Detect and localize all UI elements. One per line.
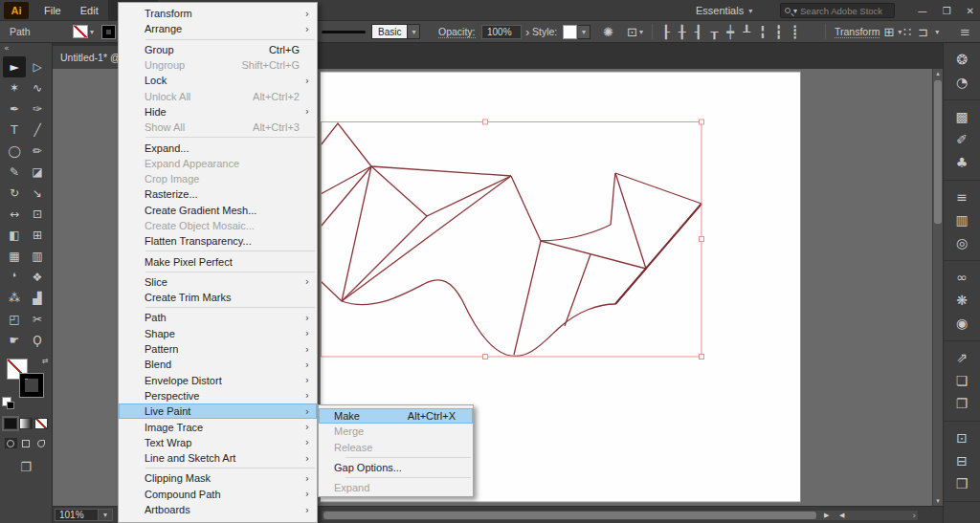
isolate-object-icon[interactable]: ∷	[903, 25, 911, 39]
selection-handle[interactable]	[483, 355, 488, 360]
transform-label[interactable]: Transform	[835, 26, 880, 38]
free-transform-tool[interactable]: ⊡	[26, 204, 49, 225]
menu-item-live-paint[interactable]: Live Paint›	[119, 403, 317, 419]
cc-libraries-panel-icon[interactable]: ∞	[944, 266, 980, 289]
color-panel-icon[interactable]: ❂	[944, 48, 980, 71]
eraser-tool[interactable]: ◪	[26, 162, 49, 183]
menu-item-image-trace[interactable]: Image Trace›	[119, 419, 317, 434]
blend-tool[interactable]: ❖	[26, 267, 49, 288]
workspace-switcher[interactable]: Essentials ▾	[696, 0, 752, 21]
style-dropdown[interactable]: ▾	[578, 25, 590, 39]
menu-item-create-trim-marks[interactable]: Create Trim Marks	[119, 290, 317, 305]
stock-search-input[interactable]: ▾ Search Adobe Stock	[780, 3, 895, 18]
align-v-center-icon[interactable]: ┿	[726, 25, 734, 39]
default-fill-stroke-icon[interactable]	[2, 397, 11, 406]
menu-item-group[interactable]: GroupCtrl+G	[119, 42, 317, 57]
stroke-preset-dropdown[interactable]: ▾	[408, 24, 420, 39]
menu-item-pattern[interactable]: Pattern›	[119, 341, 317, 357]
hand-tool[interactable]: ☛	[3, 330, 26, 351]
color-guide-panel-icon[interactable]: ◔	[944, 71, 980, 94]
scale-tool[interactable]: ↘	[26, 183, 49, 204]
menu-item-create-gradient-mesh[interactable]: Create Gradient Mesh...	[119, 203, 317, 218]
vertical-scroll-thumb[interactable]	[934, 80, 942, 224]
draw-inside-button[interactable]	[35, 438, 48, 448]
menu-item-blend[interactable]: Blend›	[119, 357, 317, 372]
prev-artboard-icon[interactable]: ◀	[839, 512, 844, 519]
panel-menu-icon[interactable]: ≡	[960, 25, 970, 39]
ellipse-tool[interactable]: ◯	[3, 141, 26, 162]
screen-mode-icon[interactable]: ❐	[20, 460, 32, 474]
stroke-color-swatch[interactable]	[101, 25, 116, 39]
horizontal-scrollbar[interactable]: ▶ ◀ ›	[321, 510, 919, 521]
align-panel-icon[interactable]: ⊟	[944, 449, 980, 472]
perspective-grid-tool[interactable]: ⊞	[26, 225, 49, 246]
eyedropper-tool[interactable]: ❛	[3, 267, 26, 288]
brushes-panel-icon[interactable]: ✐	[944, 128, 980, 151]
select-similar-caret-icon[interactable]: ▾	[639, 28, 643, 36]
next-artboard-icon[interactable]: ▶	[824, 512, 829, 519]
adobe-color-themes-panel-icon[interactable]: ❋	[944, 289, 980, 312]
distribute-right-icon[interactable]: ┋	[791, 25, 799, 39]
menu-item-compound-path[interactable]: Compound Path›	[119, 487, 317, 502]
selection-handle[interactable]	[483, 120, 488, 124]
appearance-panel-icon[interactable]: ◉	[944, 312, 980, 335]
fill-color-swatch[interactable]	[73, 25, 88, 38]
stroke-preset-field[interactable]: Basic	[371, 24, 408, 39]
none-button[interactable]	[34, 418, 48, 429]
line-segment-tool[interactable]: ╱	[26, 120, 49, 141]
align-right-icon[interactable]: ┨	[695, 25, 702, 39]
selection-tool[interactable]: ►	[3, 56, 26, 77]
selection-handle[interactable]	[700, 120, 704, 124]
menubar-item-edit[interactable]: Edit	[71, 0, 108, 21]
rotate-tool[interactable]: ↻	[3, 183, 26, 204]
scroll-up-icon[interactable]: ▴	[933, 70, 943, 77]
menu-item-shape[interactable]: Shape›	[119, 326, 317, 341]
gradient-panel-icon[interactable]: ▥	[944, 208, 980, 231]
scroll-down-icon[interactable]: ▾	[933, 497, 943, 505]
zoom-level-field[interactable]: 101%	[55, 509, 99, 521]
opacity-expand-icon[interactable]: ›	[525, 25, 529, 39]
width-tool[interactable]: ↔	[3, 204, 26, 225]
symbols-panel-icon[interactable]: ♣	[944, 151, 980, 174]
menu-item-arrange[interactable]: Arrange›	[119, 21, 317, 36]
menubar-item-file[interactable]: File	[34, 0, 71, 21]
close-button[interactable]: ✕	[967, 6, 974, 16]
stroke-panel-icon[interactable]: ≡	[944, 185, 980, 208]
color-button[interactable]	[4, 418, 17, 429]
shape-mode-icon[interactable]: ⊐	[918, 25, 928, 39]
mesh-tool[interactable]: ▦	[3, 246, 26, 267]
menu-item-path[interactable]: Path›	[119, 310, 317, 325]
menu-item-make-pixel-perfect[interactable]: Make Pixel Perfect	[119, 253, 317, 269]
transform-panel-icon[interactable]: ⊡	[944, 426, 980, 449]
asset-export-panel-icon[interactable]: ⇗	[944, 346, 980, 369]
restore-button[interactable]: ❐	[943, 6, 951, 16]
draw-behind-button[interactable]	[20, 438, 33, 448]
menu-item-perspective[interactable]: Perspective›	[119, 388, 317, 403]
symbol-sprayer-tool[interactable]: ⁂	[3, 288, 26, 309]
slice-tool[interactable]: ✂	[26, 309, 49, 330]
swap-fill-stroke-icon[interactable]: ⇄	[42, 357, 49, 365]
opacity-field[interactable]: 100%	[481, 25, 522, 39]
submenu-item-make[interactable]: MakeAlt+Ctrl+X	[319, 408, 473, 424]
artboard-tool[interactable]: ◰	[3, 309, 26, 330]
layers-panel-icon[interactable]: ❏	[944, 369, 980, 392]
scroll-right-icon[interactable]: ›	[912, 511, 916, 520]
distribute-center-icon[interactable]: ┇	[775, 25, 783, 39]
menu-item-line-and-sketch-art[interactable]: Line and Sketch Art›	[119, 450, 317, 466]
menu-item-transform[interactable]: Transform›	[119, 6, 317, 21]
lasso-tool[interactable]: ∿	[26, 77, 49, 98]
vertical-scrollbar[interactable]: ▴ ▾	[932, 69, 943, 506]
menu-item-clipping-mask[interactable]: Clipping Mask›	[119, 470, 317, 486]
collapse-panel-icon[interactable]: «	[4, 43, 10, 53]
direct-selection-tool[interactable]: ▷	[26, 56, 49, 77]
magic-wand-tool[interactable]: ✶	[3, 77, 26, 98]
opacity-label[interactable]: Opacity:	[438, 26, 476, 38]
pathfinder-panel-icon[interactable]: ❒	[944, 472, 980, 495]
pen-tool[interactable]: ✒	[3, 98, 26, 120]
zoom-tool[interactable]: Ϙ	[26, 330, 49, 351]
column-graph-tool[interactable]: ▟	[26, 288, 49, 309]
curvature-tool[interactable]: ✑	[26, 98, 49, 120]
menu-item-artboards[interactable]: Artboards›	[119, 502, 317, 517]
menu-item-rasterize[interactable]: Rasterize...	[119, 186, 317, 202]
recolor-artwork-icon[interactable]: ✺	[603, 25, 613, 39]
